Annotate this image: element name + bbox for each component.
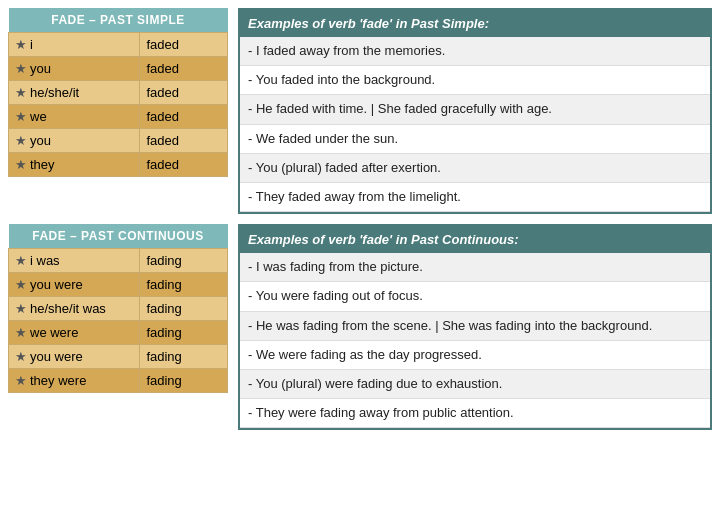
past-simple-header-verb: 'fade': [359, 16, 392, 31]
past-simple-table-wrap: FADE – PAST SIMPLE ★i faded ★you faded ★…: [8, 8, 228, 214]
past-simple-examples-header: Examples of verb 'fade' in Past Simple:: [240, 10, 710, 37]
past-simple-examples-body: - I faded away from the memories.- You f…: [240, 37, 710, 212]
star-icon: ★: [15, 37, 27, 52]
past-continuous-title: FADE – PAST CONTINUOUS: [9, 224, 228, 249]
form-cell: faded: [140, 33, 228, 57]
pronoun-cell: ★he/she/it: [9, 81, 140, 105]
past-simple-title: FADE – PAST SIMPLE: [9, 8, 228, 33]
star-icon: ★: [15, 301, 27, 316]
example-row: - You faded into the background.: [240, 66, 710, 95]
table-row: ★we were fading: [9, 321, 228, 345]
example-row: - I was fading from the picture.: [240, 253, 710, 282]
past-simple-section: FADE – PAST SIMPLE ★i faded ★you faded ★…: [8, 8, 712, 214]
form-cell: fading: [140, 249, 228, 273]
past-continuous-examples: Examples of verb 'fade' in Past Continuo…: [238, 224, 712, 430]
example-row: - You were fading out of focus.: [240, 282, 710, 311]
pronoun-cell: ★we: [9, 105, 140, 129]
past-continuous-examples-body: - I was fading from the picture.- You we…: [240, 253, 710, 428]
table-row: ★you faded: [9, 57, 228, 81]
form-cell: fading: [140, 369, 228, 393]
past-continuous-section: FADE – PAST CONTINUOUS ★i was fading ★yo…: [8, 224, 712, 430]
pronoun-cell: ★you: [9, 129, 140, 153]
star-icon: ★: [15, 85, 27, 100]
star-icon: ★: [15, 157, 27, 172]
pronoun-cell: ★i was: [9, 249, 140, 273]
example-row: - You (plural) were fading due to exhaus…: [240, 370, 710, 399]
star-icon: ★: [15, 277, 27, 292]
pronoun-cell: ★i: [9, 33, 140, 57]
pronoun-cell: ★you were: [9, 273, 140, 297]
star-icon: ★: [15, 325, 27, 340]
past-continuous-table-wrap: FADE – PAST CONTINUOUS ★i was fading ★yo…: [8, 224, 228, 430]
form-cell: faded: [140, 153, 228, 177]
past-continuous-table: FADE – PAST CONTINUOUS ★i was fading ★yo…: [8, 224, 228, 393]
pronoun-cell: ★we were: [9, 321, 140, 345]
form-cell: faded: [140, 129, 228, 153]
star-icon: ★: [15, 109, 27, 124]
star-icon: ★: [15, 349, 27, 364]
form-cell: faded: [140, 81, 228, 105]
form-cell: fading: [140, 321, 228, 345]
pronoun-cell: ★you were: [9, 345, 140, 369]
star-icon: ★: [15, 253, 27, 268]
table-row: ★you faded: [9, 129, 228, 153]
past-simple-header-prefix: Examples of verb: [248, 16, 359, 31]
star-icon: ★: [15, 61, 27, 76]
star-icon: ★: [15, 373, 27, 388]
pronoun-cell: ★they were: [9, 369, 140, 393]
pronoun-cell: ★you: [9, 57, 140, 81]
form-cell: fading: [140, 273, 228, 297]
past-continuous-header-verb: 'fade': [359, 232, 392, 247]
example-row: - They were fading away from public atte…: [240, 399, 710, 428]
past-simple-header-suffix: in Past Simple:: [392, 16, 489, 31]
table-row: ★they faded: [9, 153, 228, 177]
example-row: - We faded under the sun.: [240, 125, 710, 154]
form-cell: fading: [140, 297, 228, 321]
example-row: - You (plural) faded after exertion.: [240, 154, 710, 183]
table-row: ★we faded: [9, 105, 228, 129]
past-simple-table: FADE – PAST SIMPLE ★i faded ★you faded ★…: [8, 8, 228, 177]
past-continuous-header-prefix: Examples of verb: [248, 232, 359, 247]
past-simple-examples: Examples of verb 'fade' in Past Simple: …: [238, 8, 712, 214]
example-row: - He faded with time. | She faded gracef…: [240, 95, 710, 124]
example-row: - They faded away from the limelight.: [240, 183, 710, 212]
example-row: - I faded away from the memories.: [240, 37, 710, 66]
table-row: ★you were fading: [9, 345, 228, 369]
table-row: ★i was fading: [9, 249, 228, 273]
table-row: ★he/she/it was fading: [9, 297, 228, 321]
pronoun-cell: ★they: [9, 153, 140, 177]
past-continuous-header-suffix: in Past Continuous:: [392, 232, 518, 247]
form-cell: fading: [140, 345, 228, 369]
star-icon: ★: [15, 133, 27, 148]
past-continuous-examples-header: Examples of verb 'fade' in Past Continuo…: [240, 226, 710, 253]
table-row: ★they were fading: [9, 369, 228, 393]
table-row: ★i faded: [9, 33, 228, 57]
pronoun-cell: ★he/she/it was: [9, 297, 140, 321]
example-row: - We were fading as the day progressed.: [240, 341, 710, 370]
table-row: ★he/she/it faded: [9, 81, 228, 105]
form-cell: faded: [140, 105, 228, 129]
form-cell: faded: [140, 57, 228, 81]
table-row: ★you were fading: [9, 273, 228, 297]
example-row: - He was fading from the scene. | She wa…: [240, 312, 710, 341]
